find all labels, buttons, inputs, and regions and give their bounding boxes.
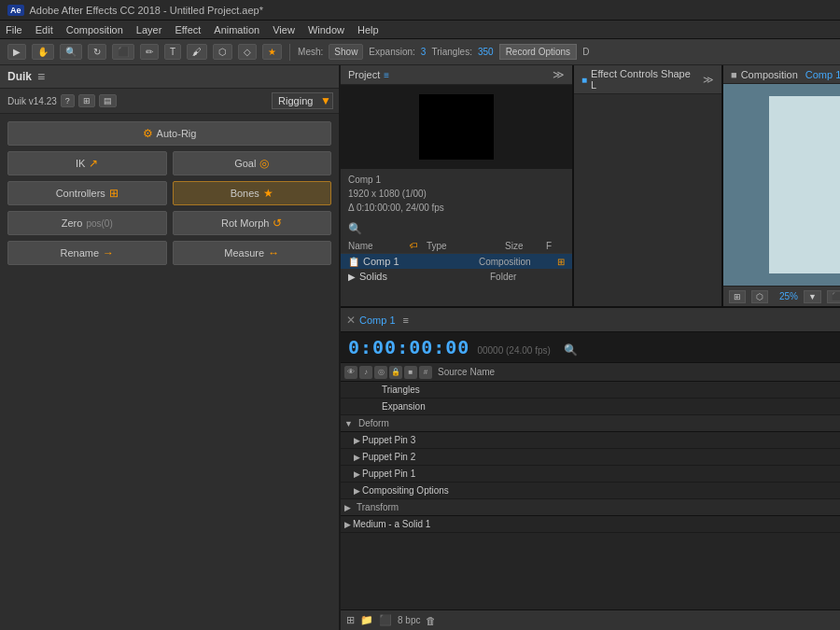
tl-audio-icon[interactable]: ♪ [359,366,372,379]
toolbar-rotate[interactable]: ↻ [88,44,106,60]
measure-button[interactable]: Measure ↔ [173,241,332,265]
duik-btn-row-autorig: ⚙ Auto-Rig [7,121,331,146]
toolbar-text[interactable]: T [164,44,181,60]
zero-button[interactable]: Zero pos(0) [7,211,167,235]
toolbar-clone[interactable]: ⬡ [213,44,232,60]
tl-deform-expand[interactable]: ▼ [344,419,353,428]
rename-label: Rename [60,247,99,259]
effect-menu-btn[interactable]: ≫ [703,74,714,86]
show-button[interactable]: Show [329,44,363,60]
compositing-expand[interactable]: ▶ [354,486,360,496]
tl-deform-section: ▼ Deform [341,415,840,432]
title-bar-text: Adobe After Effects CC 2018 - Untitled P… [30,5,264,16]
fit-btn[interactable]: ⬛ [827,290,840,303]
menu-bar: File Edit Composition Layer Effect Anima… [0,21,840,39]
tl-expansion-row[interactable]: Expansion 3/0 [341,399,840,415]
title-bar: Ae Adobe After Effects CC 2018 - Untitle… [0,0,840,21]
duik-menu-icon[interactable]: ≡ [37,69,45,84]
effect-controls-panel: ■ Effect Controls Shape L ≫ [574,65,723,306]
viewer-btn2[interactable]: ⬡ [751,290,768,303]
main-layout: Duik ≡ Duik v14.23 ? ⊞ ▤ Rigging ▼ ⚙ Aut… [0,65,840,630]
duik-table-button[interactable]: ⊞ [78,94,95,107]
tl-transform-section: ▶ Transform [341,499,840,516]
timeline-columns: 👁 ♪ ◎ 🔒 ■ # Source Name Parent [341,363,840,382]
ik-icon: ↗ [89,157,98,170]
auto-rig-button[interactable]: ⚙ Auto-Rig [7,121,331,146]
tl-compositing-row[interactable]: ▶ Compositing Options + − Reset [341,483,840,499]
toolbar-eraser[interactable]: ◇ [238,44,257,60]
rename-button[interactable]: Rename → [7,241,167,265]
search-icon: 🔍 [348,222,362,235]
duik-btn-row-controllers-bones: Controllers ⊞ Bones ★ [7,181,331,205]
viewer-bottom: ⊞ ⬡ 25% ▼ ⬛ 0:00:07:12 📷 [723,286,840,306]
triangles-value: 350 [478,47,494,57]
project-menu-btn[interactable]: ≫ [553,68,565,81]
duik-btn-row-ik-goal: IK ↗ Goal ◎ [7,151,331,175]
timeline-timecode: 0:00:00:00 00000 (24.00 fps) 🔍 ⊞ ☆ 🔒 ⬛ ⊠… [341,332,840,363]
duik-help-button[interactable]: ? [61,94,75,107]
puppet1-expand[interactable]: ▶ [354,469,360,479]
bottom-icon1[interactable]: ⊞ [346,614,355,626]
menu-animation[interactable]: Animation [214,24,259,35]
duik-mode-select[interactable]: Rigging [272,92,333,109]
tl-medium-row[interactable]: ▶ Medium - a Solid 1 [341,516,840,533]
goal-button[interactable]: Goal ◎ [173,151,332,175]
tl-num-icon[interactable]: # [419,366,432,379]
comp-content [769,96,840,273]
puppet2-name: Puppet Pin 2 [362,452,840,462]
menu-help[interactable]: Help [357,24,379,35]
trash-icon[interactable]: 🗑 [426,615,436,626]
tl-solo-icon[interactable]: ◎ [374,366,387,379]
tl-lock-icon[interactable]: 🔒 [389,366,402,379]
menu-edit[interactable]: Edit [35,24,53,35]
tl-triangles-row[interactable]: Triangles 350 [341,382,840,399]
toolbar-puppet[interactable]: ★ [262,44,282,60]
toolbar-brush[interactable]: 🖌 [187,44,207,60]
menu-layer[interactable]: Layer [136,24,162,35]
bottom-icon2[interactable]: 📁 [360,614,373,626]
project-panel: Project ≡ ≫ Comp 1 1920 x 1080 (1/00) Δ … [341,65,574,306]
toolbar-selector[interactable]: ▶ [7,44,26,60]
comp-icon: 📋 [348,257,359,267]
zoom-dropdown[interactable]: ▼ [804,290,821,303]
toolbar-hand[interactable]: ✋ [32,44,54,60]
comp-size-display: 1920 x 1080 (1/00) [348,187,565,201]
tl-puppet2-row[interactable]: ▶ Puppet Pin 2 [341,449,840,466]
size-column-header: Size [505,241,542,251]
puppet2-expand[interactable]: ▶ [354,453,360,462]
project-icon: ≡ [384,70,389,80]
controllers-button[interactable]: Controllers ⊞ [7,181,167,205]
ik-button[interactable]: IK ↗ [7,151,167,175]
menu-view[interactable]: View [273,24,295,35]
menu-effect[interactable]: Effect [175,24,201,35]
menu-composition[interactable]: Composition [66,24,123,35]
expansion-name: Expansion [344,401,840,412]
triangles-name: Triangles [344,385,840,395]
tl-label-icon[interactable]: ■ [404,366,417,379]
bottom-icon3[interactable]: ⬛ [379,614,392,626]
duik-grid-button[interactable]: ▤ [99,94,117,107]
tl-puppet3-row[interactable]: ▶ Puppet Pin 3 [341,432,840,449]
toolbar-zoom[interactable]: 🔍 [60,44,82,60]
expansion-label: Expansion: [369,47,414,57]
project-header: Project ≡ ≫ [341,65,572,85]
menu-file[interactable]: File [6,24,22,35]
tl-eye-icon[interactable]: 👁 [344,366,357,379]
menu-window[interactable]: Window [308,24,344,35]
toolbar-camera[interactable]: ⬛ [112,44,134,60]
bones-button[interactable]: Bones ★ [173,181,332,205]
puppet3-expand[interactable]: ▶ [354,436,360,445]
rot-morph-button[interactable]: Rot Morph ↺ [173,211,332,235]
type-column-header: Type [427,241,501,251]
project-item-comp1[interactable]: 📋 Comp 1 Composition ⊞ [341,254,572,269]
solids-name: Solids [359,271,486,282]
project-item-solids[interactable]: ▶ Solids Folder [341,269,572,284]
viewer-btn1[interactable]: ⊞ [729,290,746,303]
project-tab[interactable]: Project [348,69,380,80]
record-options-button[interactable]: Record Options [499,44,577,60]
tl-puppet1-row[interactable]: ▶ Puppet Pin 1 [341,466,840,483]
medium-expand[interactable]: ▶ [344,520,351,529]
tl-transform-expand[interactable]: ▶ [344,503,351,512]
timeline-close-btn[interactable]: ✕ [346,314,356,327]
toolbar-pen[interactable]: ✏ [140,44,159,60]
